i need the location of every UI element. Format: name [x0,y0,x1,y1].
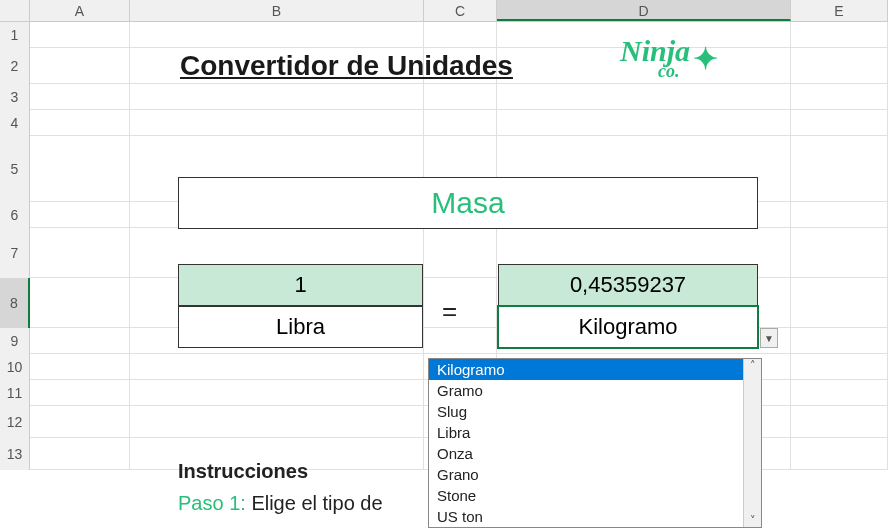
row-header-9[interactable]: 9 [0,328,30,354]
row-header-10[interactable]: 10 [0,354,30,380]
cell-D4[interactable] [497,110,791,135]
output-value[interactable]: 0,45359237 [498,264,758,306]
chevron-up-icon[interactable]: ˄ [750,359,756,372]
cell-E2[interactable] [791,48,888,83]
cell-E9[interactable] [791,328,888,353]
cell-A3[interactable] [30,84,130,109]
cell-A13[interactable] [30,438,130,469]
cell-E6[interactable] [791,202,888,227]
cell-A11[interactable] [30,380,130,405]
col-header-B[interactable]: B [130,0,424,21]
column-headers: A B C D E [0,0,888,22]
dropdown-list[interactable]: Kilogramo Gramo Slug Libra Onza Grano St… [428,358,762,528]
select-all-corner[interactable] [0,0,30,21]
input-value[interactable]: 1 [178,264,423,306]
page-title: Convertidor de Unidades [180,50,513,82]
chevron-down-icon[interactable]: ˅ [750,514,756,527]
cell-B12[interactable] [130,406,424,437]
row-header-13[interactable]: 13 [0,438,30,470]
cell-A6[interactable] [30,202,130,227]
row-header-1[interactable]: 1 [0,22,30,48]
cell-E1[interactable] [791,22,888,47]
dropdown-option[interactable]: US ton [429,506,761,527]
col-header-A[interactable]: A [30,0,130,21]
cell-C7[interactable] [424,228,497,277]
cell-C3[interactable] [424,84,497,109]
row-header-6[interactable]: 6 [0,202,30,228]
cell-A9[interactable] [30,328,130,353]
dropdown-option[interactable]: Slug [429,401,761,422]
step-label: Paso 1: [178,492,246,514]
cell-E11[interactable] [791,380,888,405]
dropdown-option[interactable]: Grano [429,464,761,485]
cell-E12[interactable] [791,406,888,437]
cell-D3[interactable] [497,84,791,109]
cell-C4[interactable] [424,110,497,135]
category-select[interactable]: Masa [178,177,758,229]
step-text: Elige el tipo de [246,492,383,514]
dropdown-option[interactable]: Onza [429,443,761,464]
row-header-3[interactable]: 3 [0,84,30,110]
input-unit[interactable]: Libra [178,306,423,348]
chevron-down-icon: ▼ [764,333,774,344]
equals-sign: = [442,296,457,327]
col-header-D[interactable]: D [497,0,791,21]
cell-A8[interactable] [30,278,130,327]
row-header-2[interactable]: 2 [0,48,30,84]
cell-A4[interactable] [30,110,130,135]
cell-C8[interactable] [424,278,497,327]
col-header-E[interactable]: E [791,0,888,21]
cell-A1[interactable] [30,22,130,47]
cell-B11[interactable] [130,380,424,405]
cell-B1[interactable] [130,22,424,47]
dropdown-option[interactable]: Kilogramo [429,359,761,380]
cell-E3[interactable] [791,84,888,109]
row-header-8[interactable]: 8 [0,278,30,328]
cell-A10[interactable] [30,354,130,379]
sparkle-icon: ✦ [693,46,718,72]
cell-A5[interactable] [30,136,130,201]
row-header-11[interactable]: 11 [0,380,30,406]
cell-B10[interactable] [130,354,424,379]
cell-E8[interactable] [791,278,888,327]
instructions-step-1: Paso 1: Elige el tipo de [178,492,383,515]
logo-main: Ninja [620,34,690,67]
dropdown-scrollbar[interactable]: ˄ ˅ [743,359,761,527]
cell-B4[interactable] [130,110,424,135]
row-header-4[interactable]: 4 [0,110,30,136]
dropdown-option[interactable]: Gramo [429,380,761,401]
cell-A7[interactable] [30,228,130,277]
cell-A12[interactable] [30,406,130,437]
dropdown-option[interactable]: Libra [429,422,761,443]
cell-E4[interactable] [791,110,888,135]
row-header-5[interactable]: 5 [0,136,30,202]
cell-E10[interactable] [791,354,888,379]
cell-A2[interactable] [30,48,130,83]
cell-E13[interactable] [791,438,888,469]
row-header-12[interactable]: 12 [0,406,30,438]
cell-E5[interactable] [791,136,888,201]
instructions-heading: Instrucciones [178,460,308,483]
cell-C1[interactable] [424,22,497,47]
dropdown-option[interactable]: Stone [429,485,761,506]
cell-C9[interactable] [424,328,497,353]
logo: Ninja ✦ co. [620,38,690,79]
cell-B3[interactable] [130,84,424,109]
cell-E7[interactable] [791,228,888,277]
output-unit[interactable]: Kilogramo [498,306,758,348]
col-header-C[interactable]: C [424,0,497,21]
dropdown-button[interactable]: ▼ [760,328,778,348]
row-header-7[interactable]: 7 [0,228,30,278]
